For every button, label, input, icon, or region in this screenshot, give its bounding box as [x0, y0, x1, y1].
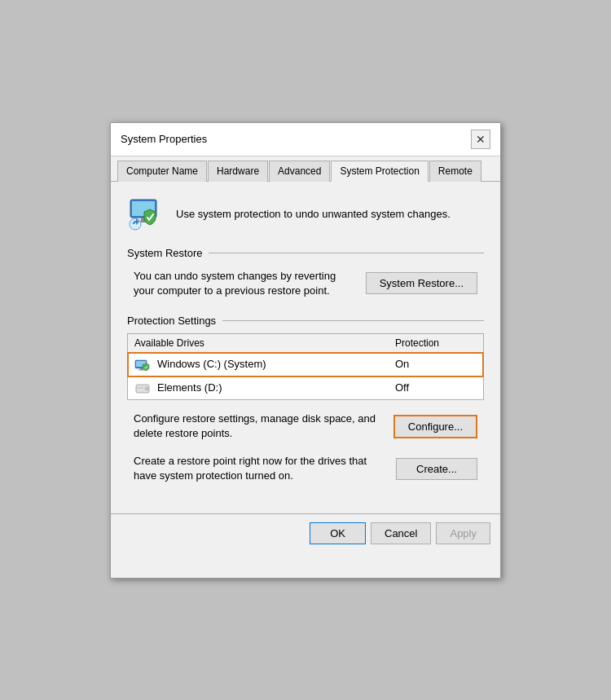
content-area: Use system protection to undo unwanted s… [111, 182, 500, 513]
tab-system-protection[interactable]: System Protection [331, 161, 428, 182]
create-description: Create a restore point right now for the… [134, 454, 386, 483]
external-drive-icon [134, 381, 152, 395]
tab-computer-name[interactable]: Computer Name [117, 161, 207, 182]
drives-row-elements-d[interactable]: Elements (D:) Off [128, 376, 483, 399]
configure-description: Configure restore settings, manage disk … [134, 412, 384, 441]
svg-point-10 [145, 387, 148, 390]
drives-row-windows-c[interactable]: Windows (C:) (System) On [128, 353, 483, 376]
section-divider-2 [222, 320, 484, 321]
system-drive-icon [134, 357, 152, 372]
cancel-button[interactable]: Cancel [371, 522, 431, 544]
bottom-bar: OK Cancel Apply [111, 513, 500, 553]
svg-rect-11 [137, 387, 143, 388]
configure-row: Configure restore settings, manage disk … [127, 408, 484, 444]
section-divider [209, 253, 484, 253]
system-restore-button[interactable]: System Restore... [366, 272, 477, 294]
tabs-bar: Computer Name Hardware Advanced System P… [111, 156, 500, 182]
system-restore-description: You can undo system changes by reverting… [134, 269, 356, 298]
title-bar: System Properties ✕ [111, 123, 500, 156]
tab-remote[interactable]: Remote [429, 161, 481, 182]
protection-settings-title: Protection Settings [127, 315, 216, 327]
ok-button[interactable]: OK [310, 522, 366, 544]
system-restore-header: System Restore [127, 247, 484, 259]
tab-hardware[interactable]: Hardware [208, 161, 268, 182]
apply-button[interactable]: Apply [436, 522, 490, 544]
header-description: Use system protection to undo unwanted s… [176, 208, 451, 220]
drives-table: Available Drives Protection [127, 333, 484, 400]
col-drives-label: Available Drives [134, 337, 395, 349]
protection-settings-header: Protection Settings [127, 315, 484, 327]
svg-point-4 [130, 218, 141, 230]
svg-rect-8 [138, 369, 144, 370]
drives-row-name-windows-c: Windows (C:) (System) [134, 357, 395, 372]
protection-settings-section: Protection Settings Available Drives Pro… [127, 315, 484, 487]
drives-row-name-elements-d: Elements (D:) [134, 381, 395, 395]
system-restore-section: System Restore You can undo system chang… [127, 247, 484, 302]
header-section: Use system protection to undo unwanted s… [127, 195, 484, 234]
drives-table-header: Available Drives Protection [128, 334, 483, 353]
create-button[interactable]: Create... [396, 458, 477, 480]
create-row: Create a restore point right now for the… [127, 451, 484, 486]
system-protection-icon [127, 195, 166, 234]
configure-button[interactable]: Configure... [393, 415, 477, 438]
close-button[interactable]: ✕ [471, 130, 490, 149]
drive-protection-windows-c: On [395, 358, 477, 370]
system-restore-row: You can undo system changes by reverting… [127, 266, 484, 302]
col-protection-label: Protection [395, 337, 477, 349]
system-restore-title: System Restore [127, 247, 202, 259]
drive-name-elements-d: Elements (D:) [157, 381, 222, 394]
drive-protection-elements-d: Off [395, 381, 477, 394]
drive-name-windows-c: Windows (C:) (System) [157, 358, 266, 370]
dialog-title: System Properties [121, 133, 207, 145]
tab-advanced[interactable]: Advanced [269, 161, 330, 182]
system-properties-dialog: System Properties ✕ Computer Name Hardwa… [110, 122, 501, 579]
